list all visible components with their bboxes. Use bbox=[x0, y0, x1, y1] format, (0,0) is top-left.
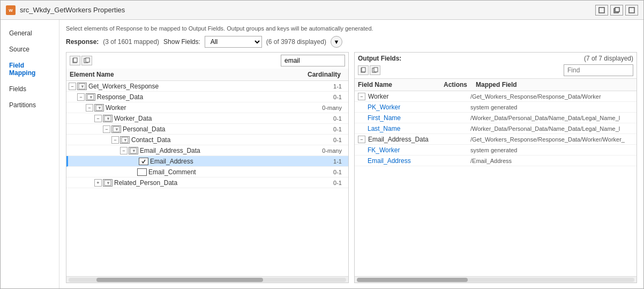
collapse-btn-r2[interactable]: − bbox=[77, 93, 85, 101]
cardinality-r1: 1-1 bbox=[303, 83, 346, 90]
tree-row[interactable]: − ▼ Contact_Data 0-1 bbox=[66, 135, 348, 145]
tree-row[interactable]: − ▼ Email_Address_Data 0-many bbox=[66, 145, 348, 156]
copy-button-1[interactable] bbox=[70, 56, 80, 65]
svg-rect-7 bbox=[73, 58, 77, 62]
svg-text:▼: ▼ bbox=[98, 106, 102, 110]
svg-rect-29 bbox=[374, 68, 378, 72]
sidebar: General Source Field Mapping Fields Part… bbox=[1, 20, 59, 288]
col-element-name-header: Element Name bbox=[70, 71, 302, 78]
panels: Element Name Cardinality − ▼ Get_Worker bbox=[66, 52, 637, 283]
tree-row[interactable]: − ▼ Worker 0-many bbox=[66, 102, 348, 113]
output-row[interactable]: PK_Worker system generated bbox=[355, 102, 636, 113]
response-label: Response: bbox=[66, 38, 99, 46]
svg-text:▼: ▼ bbox=[123, 138, 128, 143]
output-tree-area[interactable]: − Worker /Get_Workers_Response/Response_… bbox=[355, 91, 636, 276]
checkbox-icon-r9[interactable] bbox=[137, 168, 147, 176]
tree-row[interactable]: − ▼ Response_Data 0-1 bbox=[66, 92, 348, 102]
minimize-button[interactable] bbox=[610, 5, 623, 16]
output-mapped-o1: /Get_Workers_Response/Response_Data/Work… bbox=[470, 93, 633, 100]
tree-area[interactable]: − ▼ Get_Workers_Response 1-1 − bbox=[66, 81, 348, 276]
output-find-input[interactable] bbox=[564, 64, 633, 76]
main-content: General Source Field Mapping Fields Part… bbox=[1, 20, 643, 288]
output-copy-button-2[interactable] bbox=[370, 65, 380, 75]
node-label-r9: Email_Comment bbox=[148, 168, 303, 176]
node-icon-r4: ▼ bbox=[103, 115, 113, 122]
output-row[interactable]: Email_Address /Email_Address bbox=[355, 155, 636, 166]
show-fields-select[interactable]: All Mapped Unmapped bbox=[205, 36, 262, 48]
col-actions-header: Actions bbox=[444, 81, 476, 88]
sidebar-item-field-mapping[interactable]: Field Mapping bbox=[1, 57, 59, 81]
collapse-btn-o5[interactable]: − bbox=[358, 136, 365, 143]
window-controls bbox=[595, 5, 638, 16]
tree-row-selected[interactable]: Email_Address 1-1 bbox=[66, 156, 348, 167]
sidebar-item-partitions[interactable]: Partitions bbox=[1, 97, 59, 113]
response-col-header: Element Name Cardinality bbox=[66, 69, 348, 81]
node-label-r7: Email_Address_Data bbox=[140, 147, 303, 154]
svg-rect-27 bbox=[362, 68, 365, 72]
output-row[interactable]: − Email_Address_Data /Get_Workers_Respon… bbox=[355, 134, 636, 145]
tree-row[interactable]: Email_Comment 0-1 bbox=[66, 167, 348, 177]
tree-row[interactable]: − ▼ Get_Workers_Response 1-1 bbox=[66, 81, 348, 92]
close-button[interactable] bbox=[625, 5, 638, 16]
node-label-r1: Get_Workers_Response bbox=[88, 83, 303, 90]
output-row[interactable]: Last_Name /Worker_Data/Personal_Data/Nam… bbox=[355, 123, 636, 134]
collapse-btn-o1[interactable]: − bbox=[358, 93, 365, 100]
collapse-btn-r6[interactable]: − bbox=[111, 136, 119, 144]
output-scrollbar[interactable] bbox=[355, 276, 636, 283]
tree-row[interactable]: − ▼ Personal_Data 0-1 bbox=[66, 124, 348, 135]
svg-text:▼: ▼ bbox=[106, 116, 110, 121]
tree-row[interactable]: + ▼ Related_Person_Data 0-1 bbox=[66, 177, 348, 188]
collapse-btn-r7[interactable]: − bbox=[120, 147, 128, 154]
restore-button[interactable] bbox=[595, 5, 608, 16]
node-icon-r1: ▼ bbox=[77, 83, 87, 90]
show-fields-label: Show Fields: bbox=[163, 38, 200, 46]
node-label-r4: Worker_Data bbox=[114, 115, 303, 122]
response-panel-top bbox=[66, 53, 348, 69]
response-search-input[interactable] bbox=[281, 55, 345, 66]
titlebar-left: W src_Wkdy_GetWorkers Properties bbox=[6, 5, 125, 15]
expand-btn-r10[interactable]: + bbox=[94, 179, 102, 187]
cardinality-r10: 0-1 bbox=[303, 180, 346, 186]
node-label-r10: Related_Person_Data bbox=[114, 179, 303, 187]
titlebar: W src_Wkdy_GetWorkers Properties bbox=[1, 1, 643, 20]
response-panel: Element Name Cardinality − ▼ Get_Worker bbox=[66, 52, 349, 283]
output-field-label-o6: FK_Worker bbox=[368, 146, 400, 154]
svg-text:▼: ▼ bbox=[106, 181, 110, 186]
node-label-r8: Email_Address bbox=[150, 158, 303, 165]
col-cardinality-header: Cardinality bbox=[302, 71, 345, 78]
sidebar-item-fields[interactable]: Fields bbox=[1, 81, 59, 97]
svg-text:▼: ▼ bbox=[80, 84, 85, 89]
response-scrollbar[interactable] bbox=[66, 276, 348, 283]
copy-button-2[interactable] bbox=[81, 56, 92, 65]
node-icon-r5: ▼ bbox=[111, 125, 121, 133]
displayed-count: (6 of 3978 displayed) bbox=[266, 38, 326, 46]
collapse-btn-r4[interactable]: − bbox=[94, 115, 102, 122]
main-window: W src_Wkdy_GetWorkers Properties General bbox=[0, 0, 644, 289]
node-label-r2: Response_Data bbox=[97, 93, 303, 101]
node-icon-r7: ▼ bbox=[129, 147, 138, 154]
svg-rect-5 bbox=[629, 8, 634, 13]
cardinality-r5: 0-1 bbox=[303, 126, 346, 132]
cardinality-r3: 0-many bbox=[303, 105, 346, 111]
output-row[interactable]: − Worker /Get_Workers_Response/Response_… bbox=[355, 91, 636, 102]
output-row[interactable]: FK_Worker system generated bbox=[355, 145, 636, 155]
sidebar-item-source[interactable]: Source bbox=[1, 41, 59, 57]
node-icon-r3: ▼ bbox=[94, 104, 104, 112]
node-label-r5: Personal_Data bbox=[123, 125, 303, 133]
output-panel-toolbar bbox=[355, 64, 636, 79]
svg-text:W: W bbox=[9, 8, 13, 13]
expand-options-button[interactable]: ▼ bbox=[331, 36, 342, 48]
collapse-btn-r1[interactable]: − bbox=[69, 83, 76, 90]
node-icon-r10: ▼ bbox=[103, 179, 113, 187]
output-mapped-o7: /Email_Address bbox=[470, 158, 633, 164]
collapse-btn-r5[interactable]: − bbox=[103, 125, 110, 133]
tree-row[interactable]: − ▼ Worker_Data 0-1 bbox=[66, 113, 348, 124]
output-field-label-o4: Last_Name bbox=[368, 125, 400, 132]
output-row[interactable]: First_Name /Worker_Data/Personal_Data/Na… bbox=[355, 113, 636, 123]
checkbox-icon-r8[interactable] bbox=[139, 158, 148, 165]
output-copy-button-1[interactable] bbox=[358, 65, 369, 75]
output-panel-top: Output Fields: (7 of 7 displayed) bbox=[355, 53, 636, 64]
sidebar-item-general[interactable]: General bbox=[1, 25, 59, 41]
collapse-btn-r3[interactable]: − bbox=[86, 104, 93, 112]
cardinality-r7: 0-many bbox=[303, 147, 346, 154]
